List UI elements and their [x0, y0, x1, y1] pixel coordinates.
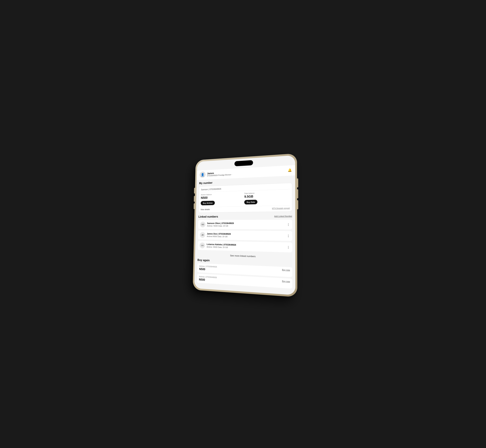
linked-header: Linked numbers Add Linked Number [198, 215, 292, 218]
phone-screen: 👤 James 07033649926 Prestige Bronze › 🔔 [194, 155, 295, 295]
buy-now-link-1[interactable]: Buy now [282, 280, 290, 283]
linked-name-0: Samson Ofem | 07033649926 [207, 222, 285, 225]
linked-menu-icon-1[interactable]: ⋮ [287, 234, 290, 238]
number-label: Samson | 07033649926 [201, 185, 290, 192]
data-col: Data balance 9.5GB Buy Data [244, 191, 290, 204]
chevron-icon: › [231, 174, 232, 176]
linked-numbers-title: Linked numbers [198, 215, 218, 218]
linked-info-1: James Doe | 07033649926 Airtime:N500 Dat… [207, 232, 285, 238]
linked-numbers-list: SO Samson Ofem | 07033649926 Airtime: N5… [198, 220, 292, 253]
linked-menu-icon-0[interactable]: ⋮ [287, 223, 290, 226]
main-content: My number Samson | 07033649926 Airtime b… [194, 176, 295, 293]
balance-row: Airtime balance N500 Buy Airtime Data ba… [201, 191, 290, 205]
buy-data-button[interactable]: Buy Data [244, 200, 257, 205]
prestige-label[interactable]: Prestige Bronze [218, 174, 231, 176]
linked-avatar-la: LA [200, 243, 205, 248]
screen-content[interactable]: 👤 James 07033649926 Prestige Bronze › 🔔 [194, 155, 295, 295]
linked-item: JD James Doe | 07033649926 Airtime:N500 … [198, 230, 292, 241]
buy-now-link-0[interactable]: Buy now [282, 269, 290, 271]
linked-balance-0: Airtime: N500 Data: 20 GB [207, 225, 285, 227]
linked-balance-1: Airtime:N500 Data: 20 GB [207, 235, 285, 239]
dynamic-island [234, 160, 253, 167]
avatar[interactable]: 👤 [200, 171, 206, 178]
phone-frame: 👤 James 07033649926 Prestige Bronze › 🔔 [193, 153, 297, 297]
linked-item: SO Samson Ofem | 07033649926 Airtime: N5… [198, 220, 292, 230]
my-number-card: Samson | 07033649926 Airtime balance N50… [199, 183, 292, 213]
buy-airtime-button[interactable]: Buy Airtime [201, 201, 215, 205]
header-left: 👤 James 07033649926 Prestige Bronze › [200, 170, 232, 178]
mtn-label[interactable]: MTN Betatalk prepaid [272, 207, 290, 209]
airtime-col: Airtime balance N500 Buy Airtime [201, 193, 242, 205]
linked-avatar-so: SO [200, 222, 205, 227]
linked-menu-icon-2[interactable]: ⋮ [287, 246, 290, 249]
add-linked-number-link[interactable]: Add Linked Number [274, 215, 292, 217]
card-footer: View details MTN Betatalk prepaid [200, 205, 290, 210]
linked-info-2: Lotanna Adeleke | 07033649926 Airtime: N… [207, 243, 285, 250]
phone-number: 07033649926 [207, 174, 218, 177]
linked-avatar-jd: JD [200, 232, 205, 238]
phone-scene: 👤 James 07033649926 Prestige Bronze › 🔔 [193, 153, 297, 297]
airtime-value: N500 [201, 195, 242, 200]
bell-icon[interactable]: 🔔 [288, 168, 292, 172]
linked-item: LA Lotanna Adeleke | 07033649926 Airtime… [198, 241, 292, 253]
view-details-link[interactable]: View details [200, 208, 210, 210]
buy-again-section: Buy again Airtime | 07033649926 Buy now … [197, 258, 292, 288]
linked-info-0: Samson Ofem | 07033649926 Airtime: N500 … [207, 222, 285, 227]
header-info: James 07033649926 Prestige Bronze › [207, 171, 232, 177]
buy-again-type-0: Airtime | 07033649926 [199, 265, 217, 268]
data-value: 9.5GB [244, 194, 290, 199]
